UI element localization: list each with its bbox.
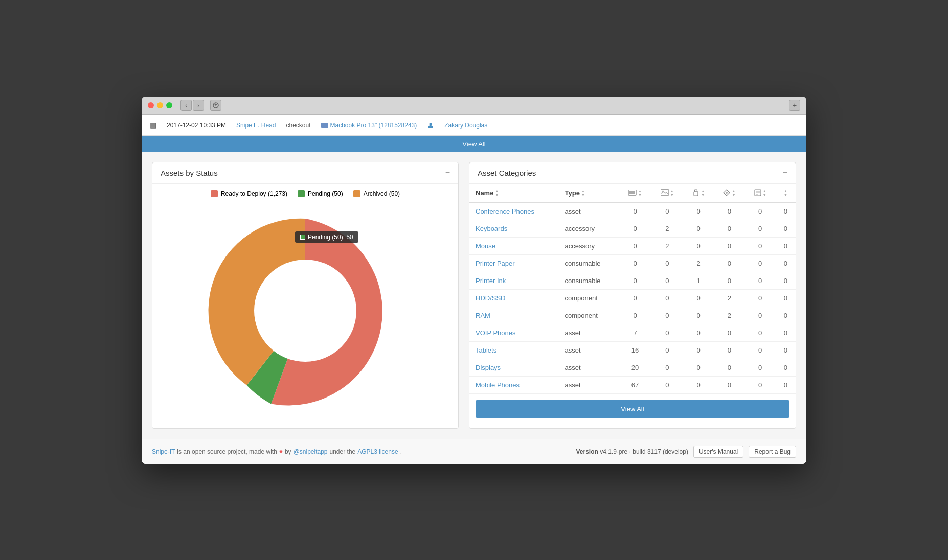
row-c2: 0	[651, 376, 683, 393]
category-link[interactable]: Keyboards	[476, 225, 507, 232]
category-link[interactable]: RAM	[476, 312, 490, 319]
row-type: accessory	[558, 237, 619, 254]
row-type: component	[558, 307, 619, 324]
row-c4: 0	[714, 254, 744, 272]
close-button[interactable]	[148, 102, 154, 108]
report-bug-button[interactable]: Report a Bug	[749, 446, 796, 458]
row-c3: 0	[683, 341, 714, 359]
asset-categories-panel: Asset Categories − Name ▲▼	[469, 162, 796, 429]
row-c2: 0	[651, 307, 683, 324]
brand-link[interactable]: Snipe-IT	[152, 448, 175, 455]
row-c5: 0	[745, 202, 776, 220]
category-link[interactable]: Printer Paper	[476, 260, 515, 267]
activity-action: checkout	[286, 122, 310, 129]
category-link[interactable]: Displays	[476, 364, 501, 371]
table-row: Conference Phones asset 0 0 0 0 0 0	[469, 202, 796, 220]
asset-categories-title: Asset Categories	[478, 169, 536, 177]
user-manual-button[interactable]: User's Manual	[693, 446, 743, 458]
row-c1: 0	[619, 307, 651, 324]
row-c2: 0	[651, 359, 683, 376]
category-link[interactable]: Tablets	[476, 346, 496, 354]
assets-by-status-panel: Assets by Status − Ready to Deploy (1,27…	[152, 162, 459, 429]
asset-categories-minimize[interactable]: −	[783, 169, 787, 177]
row-name: Tablets	[469, 341, 558, 359]
row-c3: 0	[683, 220, 714, 237]
sort-arrows-c6: ▲▼	[782, 189, 789, 197]
view-all-top-button[interactable]: View All	[142, 136, 806, 152]
heart-icon: ♥	[279, 448, 283, 455]
col-extra[interactable]: ▲▼	[776, 184, 796, 202]
row-type: asset	[558, 359, 619, 376]
activity-asset-link[interactable]: Macbook Pro 13" (1281528243)	[321, 122, 417, 129]
row-c6: 0	[776, 237, 796, 254]
col-name[interactable]: Name ▲▼	[469, 184, 558, 202]
row-c3: 2	[683, 254, 714, 272]
activity-icon: ▤	[150, 121, 156, 129]
forward-button[interactable]: ›	[193, 100, 204, 111]
category-link[interactable]: Mobile Phones	[476, 381, 520, 389]
row-c3: 0	[683, 376, 714, 393]
row-c6: 0	[776, 272, 796, 289]
row-c6: 0	[776, 202, 796, 220]
col-components[interactable]: ▲▼	[714, 184, 744, 202]
category-link[interactable]: HDD/SSD	[476, 294, 506, 302]
col-type[interactable]: Type ▲▼	[558, 184, 619, 202]
add-tab-button[interactable]: +	[789, 100, 800, 111]
minimize-button[interactable]	[157, 102, 163, 108]
category-link[interactable]: VOIP Phones	[476, 329, 516, 337]
row-type: asset	[558, 376, 619, 393]
row-c2: 0	[651, 254, 683, 272]
col-images[interactable]: ▲▼	[651, 184, 683, 202]
row-c2: 0	[651, 324, 683, 341]
sort-arrows-c1: ▲▼	[638, 189, 642, 197]
author-link[interactable]: @snipeitapp	[294, 448, 328, 455]
table-row: HDD/SSD component 0 0 0 2 0 0	[469, 289, 796, 307]
donut-chart-container[interactable]: Pending (50): 50	[152, 203, 458, 428]
user-icon	[427, 122, 434, 129]
table-row: Mouse accessory 0 2 0 0 0 0	[469, 237, 796, 254]
legend-item-archived: Archived (50)	[353, 190, 400, 197]
row-c4: 0	[714, 220, 744, 237]
assets-by-status-minimize[interactable]: −	[445, 169, 450, 177]
table-row: Printer Paper consumable 0 0 2 0 0 0	[469, 254, 796, 272]
footer-right: Version v4.1.9-pre · build 3117 (develop…	[576, 446, 796, 458]
maximize-button[interactable]	[166, 102, 172, 108]
row-c2: 0	[651, 202, 683, 220]
version-text: Version v4.1.9-pre · build 3117 (develop…	[576, 448, 688, 455]
row-c4: 0	[714, 272, 744, 289]
row-c5: 0	[745, 272, 776, 289]
category-link[interactable]: Printer Ink	[476, 277, 506, 285]
footer-text1: is an open source project, made with	[177, 448, 277, 455]
category-link[interactable]: Mouse	[476, 242, 495, 250]
svg-rect-6	[694, 192, 698, 196]
legend-item-ready: Ready to Deploy (1,273)	[211, 190, 287, 197]
row-type: component	[558, 289, 619, 307]
activity-target-user-link[interactable]: Zakary Douglas	[444, 122, 487, 129]
row-c2: 0	[651, 272, 683, 289]
view-all-categories-button[interactable]: View All	[476, 400, 789, 418]
row-c1: 7	[619, 324, 651, 341]
row-c5: 0	[745, 254, 776, 272]
col-consumables[interactable]: ▲▼	[683, 184, 714, 202]
row-c1: 16	[619, 341, 651, 359]
col-licenses[interactable]: ▲▼	[745, 184, 776, 202]
col-assets[interactable]: ▲▼	[619, 184, 651, 202]
components-col-icon	[723, 189, 730, 196]
license-link[interactable]: AGPL3 license	[357, 448, 398, 455]
back-button[interactable]: ‹	[180, 100, 192, 111]
row-c1: 0	[619, 202, 651, 220]
row-c1: 0	[619, 272, 651, 289]
row-c6: 0	[776, 341, 796, 359]
row-c4: 0	[714, 324, 744, 341]
category-link[interactable]: Conference Phones	[476, 207, 534, 215]
table-row: Printer Ink consumable 0 0 1 0 0 0	[469, 272, 796, 289]
activity-user-link[interactable]: Snipe E. Head	[236, 122, 276, 129]
row-c5: 0	[745, 341, 776, 359]
footer-text3: under the	[330, 448, 356, 455]
footer-left: Snipe-IT is an open source project, made…	[152, 448, 402, 455]
row-c5: 0	[745, 359, 776, 376]
row-c3: 0	[683, 289, 714, 307]
upload-button[interactable]	[210, 100, 221, 111]
row-c1: 67	[619, 376, 651, 393]
row-c3: 0	[683, 359, 714, 376]
